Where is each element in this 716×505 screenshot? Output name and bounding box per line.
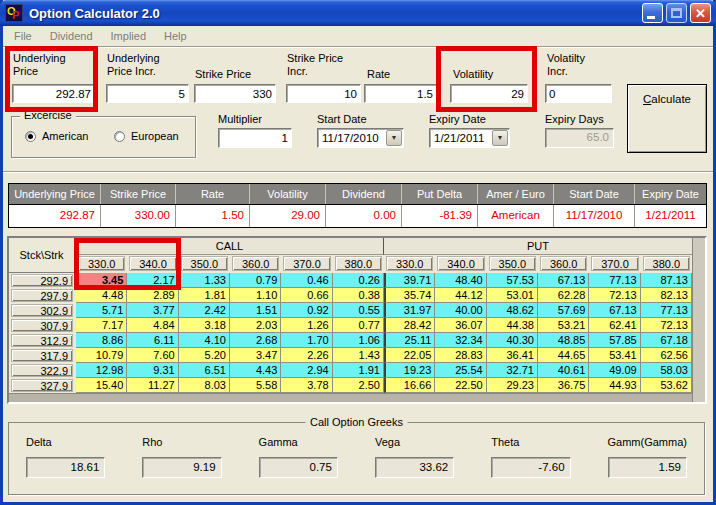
stock-row-header[interactable]: 317.9: [11, 349, 73, 362]
option-price-cell[interactable]: 1.06: [333, 333, 384, 348]
option-price-cell[interactable]: 1.26: [281, 318, 332, 333]
strike-column-header[interactable]: 330.0: [386, 256, 433, 271]
volatility-incr-input[interactable]: [545, 84, 612, 103]
option-price-cell[interactable]: 4.84: [127, 318, 178, 333]
option-price-cell[interactable]: 1.10: [230, 288, 281, 303]
option-price-cell[interactable]: 48.40: [435, 273, 486, 288]
strike-column-header[interactable]: 340.0: [129, 256, 176, 271]
option-price-cell[interactable]: 72.13: [589, 288, 640, 303]
stock-row-header[interactable]: 302.9: [11, 304, 73, 317]
underlying-price-incr-input[interactable]: [106, 84, 189, 103]
horizontal-scrollbar[interactable]: [9, 393, 692, 402]
option-price-cell[interactable]: 29.23: [487, 378, 538, 393]
strike-price-input[interactable]: [194, 84, 276, 103]
option-price-cell[interactable]: 28.42: [384, 318, 435, 333]
stock-row-header[interactable]: 297.9: [11, 289, 73, 302]
option-price-cell[interactable]: 2.94: [281, 363, 332, 378]
strike-column-header[interactable]: 350.0: [181, 256, 228, 271]
option-price-cell[interactable]: 10.79: [76, 348, 127, 363]
strike-price-incr-input[interactable]: [286, 84, 361, 103]
option-price-cell[interactable]: 25.54: [435, 363, 486, 378]
option-price-cell[interactable]: 2.42: [179, 303, 230, 318]
option-price-cell[interactable]: 2.03: [230, 318, 281, 333]
underlying-price-input[interactable]: [12, 84, 95, 103]
stock-row-header[interactable]: 307.9: [11, 319, 73, 332]
strike-column-header[interactable]: 330.0: [78, 256, 125, 271]
radio-european[interactable]: [114, 131, 125, 142]
option-price-cell[interactable]: 28.83: [435, 348, 486, 363]
option-price-cell[interactable]: 1.33: [179, 273, 230, 288]
option-price-cell[interactable]: 11.27: [127, 378, 178, 393]
radio-american[interactable]: [25, 131, 36, 142]
option-price-cell[interactable]: 2.26: [281, 348, 332, 363]
option-price-cell[interactable]: 2.89: [127, 288, 178, 303]
option-price-cell[interactable]: 49.09: [589, 363, 640, 378]
option-price-cell[interactable]: 36.07: [435, 318, 486, 333]
option-price-cell[interactable]: 44.65: [538, 348, 589, 363]
option-price-cell[interactable]: 62.56: [641, 348, 692, 363]
option-price-cell[interactable]: 8.03: [179, 378, 230, 393]
option-price-cell[interactable]: 1.81: [179, 288, 230, 303]
option-price-cell[interactable]: 4.48: [76, 288, 127, 303]
stock-row-header[interactable]: 292.9: [11, 274, 73, 287]
option-price-cell[interactable]: 53.62: [641, 378, 692, 393]
option-price-cell[interactable]: 5.58: [230, 378, 281, 393]
strike-column-header[interactable]: 380.0: [335, 256, 382, 271]
option-price-cell[interactable]: 53.21: [538, 318, 589, 333]
option-price-cell[interactable]: 4.43: [230, 363, 281, 378]
option-price-cell[interactable]: 32.71: [487, 363, 538, 378]
option-price-cell[interactable]: 1.91: [333, 363, 384, 378]
option-price-cell[interactable]: 0.55: [333, 303, 384, 318]
option-price-cell[interactable]: 57.69: [538, 303, 589, 318]
option-price-cell[interactable]: 0.66: [281, 288, 332, 303]
option-price-cell[interactable]: 44.12: [435, 288, 486, 303]
option-price-cell[interactable]: 31.97: [384, 303, 435, 318]
option-price-cell[interactable]: 72.13: [641, 318, 692, 333]
option-price-cell[interactable]: 0.79: [230, 273, 281, 288]
option-price-cell[interactable]: 7.60: [127, 348, 178, 363]
menu-dividend[interactable]: Dividend: [41, 27, 102, 45]
option-price-cell[interactable]: 67.13: [589, 303, 640, 318]
option-price-cell[interactable]: 19.23: [384, 363, 435, 378]
option-price-cell[interactable]: 53.41: [589, 348, 640, 363]
option-price-cell[interactable]: 8.86: [76, 333, 127, 348]
option-price-cell[interactable]: 2.50: [333, 378, 384, 393]
option-price-cell[interactable]: 62.41: [589, 318, 640, 333]
option-price-cell[interactable]: 82.13: [641, 288, 692, 303]
option-price-cell[interactable]: 57.85: [589, 333, 640, 348]
option-price-cell[interactable]: 22.05: [384, 348, 435, 363]
option-price-cell[interactable]: 4.10: [179, 333, 230, 348]
option-price-cell[interactable]: 36.75: [538, 378, 589, 393]
option-price-cell[interactable]: 48.62: [487, 303, 538, 318]
menu-file[interactable]: File: [5, 27, 41, 45]
option-price-cell[interactable]: 5.71: [76, 303, 127, 318]
option-price-cell[interactable]: 48.85: [538, 333, 589, 348]
option-price-cell[interactable]: 3.18: [179, 318, 230, 333]
option-price-cell[interactable]: 25.11: [384, 333, 435, 348]
strike-column-header[interactable]: 370.0: [591, 256, 638, 271]
option-price-cell[interactable]: 77.13: [589, 273, 640, 288]
option-price-cell[interactable]: 1.43: [333, 348, 384, 363]
menu-help[interactable]: Help: [155, 27, 196, 45]
strike-column-header[interactable]: 360.0: [540, 256, 587, 271]
chevron-down-icon[interactable]: ▼: [492, 130, 508, 146]
strike-column-header[interactable]: 350.0: [489, 256, 536, 271]
volatility-input[interactable]: [450, 84, 528, 103]
menu-implied[interactable]: Implied: [102, 27, 155, 45]
expiry-date-dropdown[interactable]: 1/21/2011 ▼: [429, 128, 510, 148]
option-price-cell[interactable]: 40.61: [538, 363, 589, 378]
option-price-cell[interactable]: 87.13: [641, 273, 692, 288]
option-price-cell[interactable]: 2.17: [127, 273, 178, 288]
stock-row-header[interactable]: 312.9: [11, 334, 73, 347]
option-price-cell[interactable]: 6.11: [127, 333, 178, 348]
vertical-scrollbar[interactable]: [692, 238, 705, 402]
option-price-cell[interactable]: 3.77: [127, 303, 178, 318]
option-price-cell[interactable]: 53.01: [487, 288, 538, 303]
option-price-cell[interactable]: 16.66: [384, 378, 435, 393]
option-price-cell[interactable]: 22.50: [435, 378, 486, 393]
option-price-cell[interactable]: 0.77: [333, 318, 384, 333]
start-date-dropdown[interactable]: 11/17/2010 ▼: [317, 128, 404, 148]
calculate-button[interactable]: Calculate: [627, 84, 707, 153]
option-price-cell[interactable]: 7.17: [76, 318, 127, 333]
option-price-cell[interactable]: 1.51: [230, 303, 281, 318]
